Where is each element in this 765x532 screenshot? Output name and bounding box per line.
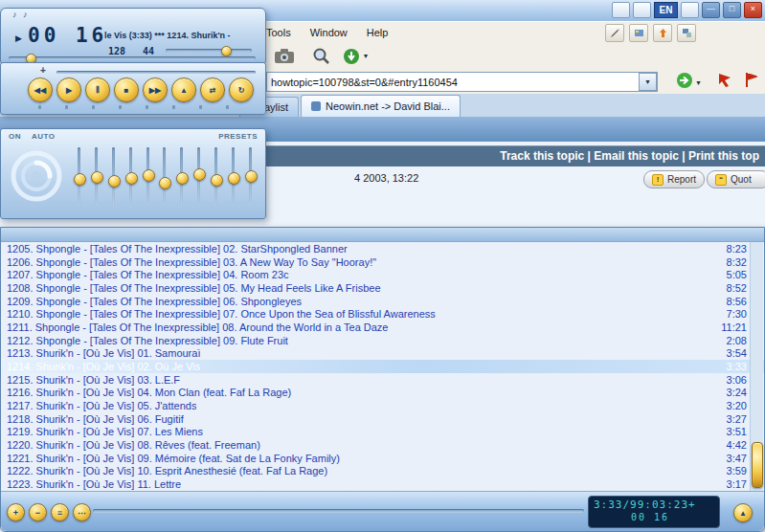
menu-bar-items: ToolsWindowHelp — [266, 22, 388, 43]
playlist-row[interactable]: 1205. Shpongle - [Tales Of The Inexpress… — [1, 242, 764, 255]
playlist-row[interactable]: 1213. Shurik'n - [Où Je Vis] 01. Samoura… — [1, 346, 764, 360]
player-main-window[interactable]: ♪ ♪ ▶ 00 16 le Vis (3:33) *** 1214. Shur… — [0, 8, 266, 64]
playlist-row[interactable]: 1218. Shurik'n - [Où Je Vis] 06. Fugitif… — [1, 412, 764, 426]
topic-actions-bar[interactable]: Track this topic | Email this topic | Pr… — [264, 145, 765, 166]
quote-icon: “ — [715, 174, 727, 186]
tool-icon[interactable] — [633, 2, 651, 18]
track-title-marquee[interactable]: le Vis (3:33) *** 1214. Shurik'n - — [104, 31, 259, 40]
eq-band-slider[interactable] — [74, 173, 86, 186]
minimize-button[interactable]: — — [702, 2, 720, 18]
equalizer-window[interactable]: ON AUTO PRESETS — [0, 128, 266, 219]
playlist-row[interactable]: 1210. Shpongle - [Tales Of The Inexpress… — [1, 307, 764, 321]
menu-tools[interactable]: Tools — [266, 27, 291, 38]
network-icon[interactable] — [677, 24, 696, 42]
palette-icon[interactable] — [629, 24, 648, 42]
eq-bands — [74, 145, 256, 209]
go-icon[interactable] — [676, 72, 693, 93]
tab-favicon-icon — [311, 101, 321, 111]
eq-band-slider[interactable] — [159, 177, 171, 189]
repeat-button[interactable]: ↻ — [229, 78, 254, 102]
eq-band-slider[interactable] — [245, 170, 258, 183]
quote-button[interactable]: “ Quot — [707, 170, 765, 188]
eq-band-slider[interactable] — [108, 175, 121, 188]
playlist-row[interactable]: 1223. Shurik'n - [Où Je Vis] 11. Lettre3… — [1, 477, 764, 491]
eq-presets-button[interactable]: PRESETS — [218, 132, 258, 141]
play-button[interactable]: ▶ — [56, 78, 81, 102]
camera-icon[interactable] — [272, 46, 297, 66]
playlist-row[interactable]: 1221. Shurik'n - [Où Je Vis] 09. Mémoire… — [1, 452, 764, 465]
play-status-icon: ▶ — [15, 33, 22, 43]
address-dropdown-icon[interactable]: ▼ — [639, 73, 657, 91]
upload-icon[interactable] — [653, 24, 672, 42]
playlist-row[interactable]: 1216. Shurik'n - [Où Je Vis] 04. Mon Cla… — [1, 386, 764, 399]
playlist-window[interactable]: 1205. Shpongle - [Tales Of The Inexpress… — [0, 227, 765, 532]
remove-button[interactable]: − — [29, 503, 47, 521]
control-slider[interactable] — [56, 71, 256, 74]
playlist-row[interactable]: 1215. Shurik'n - [Où Je Vis] 03. L.E.F3:… — [1, 373, 764, 387]
eq-band-1 — [91, 145, 101, 209]
tab-1[interactable]: Neowin.net -> David Blai... — [301, 95, 461, 117]
shuffle-button[interactable]: ⇄ — [200, 78, 225, 102]
playlist-scrollbar[interactable] — [750, 242, 763, 491]
go-dropdown-icon[interactable]: ▼ — [695, 79, 702, 86]
eq-auto-toggle[interactable]: AUTO — [32, 132, 56, 141]
select-button[interactable]: ≡ — [51, 503, 69, 521]
playlist-titlebar[interactable] — [1, 228, 764, 242]
misc-button[interactable]: ⋯ — [73, 503, 91, 521]
language-badge[interactable]: EN — [654, 2, 678, 18]
keyboard-icon[interactable] — [681, 2, 699, 18]
stop-button[interactable]: ■ — [114, 78, 139, 102]
search-icon[interactable] — [308, 46, 333, 66]
menu-help[interactable]: Help — [367, 27, 389, 38]
playlist-row[interactable]: 1206. Shpongle - [Tales Of The Inexpress… — [1, 255, 764, 269]
eq-band-slider[interactable] — [193, 168, 206, 181]
playlist-row[interactable]: 1217. Shurik'n - [Où Je Vis] 05. J'atten… — [1, 399, 764, 412]
eq-band-slider[interactable] — [228, 172, 240, 185]
playlist-row[interactable]: 1207. Shpongle - [Tales Of The Inexpress… — [1, 268, 764, 281]
eq-band-slider[interactable] — [91, 171, 103, 184]
eq-on-toggle[interactable]: ON — [9, 132, 21, 141]
download-dropdown-icon[interactable]: ▼ — [360, 46, 371, 66]
quote-label: Quot — [731, 174, 752, 185]
close-button[interactable]: × — [744, 2, 762, 18]
playlist-row[interactable]: 1220. Shurik'n - [Où Je Vis] 08. Rêves (… — [1, 438, 764, 452]
elapsed-time-display[interactable]: 00 16 — [28, 24, 107, 47]
playlist-row[interactable]: 1214. Shurik'n - [Où Je Vis] 02. Où Je V… — [1, 360, 764, 373]
volume-slider[interactable] — [166, 49, 252, 53]
pen-icon[interactable] — [612, 2, 630, 18]
playlist-row[interactable]: 1211. Shpongle - [Tales Of The Inexpress… — [1, 321, 764, 334]
address-input[interactable]: howtopic=100798&st=0&#entry1160454 — [266, 72, 658, 92]
next-button[interactable]: ▶▶ — [143, 78, 168, 102]
seek-slider[interactable] — [9, 56, 256, 60]
playlist-eject-button[interactable]: ▲ — [733, 503, 753, 522]
flag-icon[interactable] — [744, 72, 757, 92]
report-button[interactable]: ! Report — [643, 170, 705, 188]
edit-pen-icon[interactable] — [605, 24, 624, 42]
player-control-window[interactable]: + ◀◀▶Ⅱ■▶▶▲⇄↻ — [0, 62, 266, 115]
tabs-strip: aylistNeowin.net -> David Blai... — [239, 95, 461, 117]
add-button[interactable]: + — [7, 503, 25, 521]
track-label: 1221. Shurik'n - [Où Je Vis] 09. Mémoire… — [7, 453, 340, 464]
playlist-row[interactable]: 1208. Shpongle - [Tales Of The Inexpress… — [1, 281, 764, 295]
eq-band-slider[interactable] — [125, 172, 138, 185]
previous-button[interactable]: ◀◀ — [28, 78, 53, 102]
eject-button[interactable]: ▲ — [171, 78, 196, 102]
scrollbar-thumb[interactable] — [752, 442, 763, 488]
transport-ticks — [28, 105, 238, 109]
eq-band-slider[interactable] — [211, 174, 223, 187]
post-timestamp: 4 2003, 13:22 — [354, 172, 418, 184]
flashget-icon[interactable] — [717, 72, 732, 92]
eq-band-8 — [211, 145, 221, 209]
maximize-button[interactable]: □ — [723, 2, 741, 18]
playlist-row[interactable]: 1219. Shurik'n - [Où Je Vis] 07. Les Mie… — [1, 425, 764, 438]
eq-band-slider[interactable] — [176, 172, 189, 185]
playlist-slider[interactable] — [93, 509, 584, 513]
playlist-row[interactable]: 1209. Shpongle - [Tales Of The Inexpress… — [1, 295, 764, 308]
eq-band-slider[interactable] — [143, 169, 155, 182]
playlist-row[interactable]: 1222. Shurik'n - [Où Je Vis] 10. Esprit … — [1, 464, 764, 477]
volume-knob[interactable] — [221, 46, 232, 56]
menu-window[interactable]: Window — [310, 27, 348, 38]
track-label: 1207. Shpongle - [Tales Of The Inexpress… — [7, 269, 289, 280]
pause-button[interactable]: Ⅱ — [85, 78, 110, 102]
playlist-row[interactable]: 1212. Shpongle - [Tales Of The Inexpress… — [1, 334, 764, 347]
